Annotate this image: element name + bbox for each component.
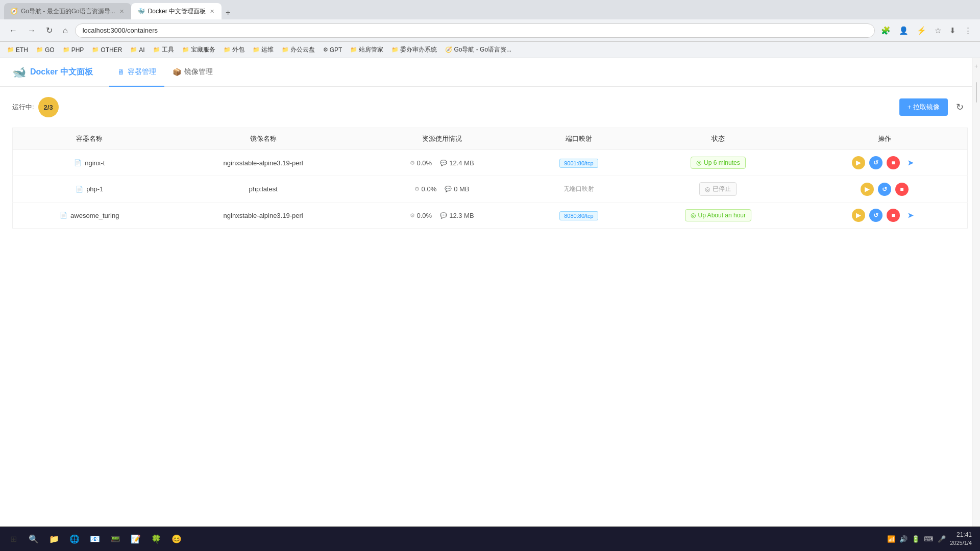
bookmark-eth[interactable]: 📁 ETH xyxy=(4,45,31,55)
tab-image-management[interactable]: 📦 镜像管理 xyxy=(164,58,221,87)
bookmark-outsource[interactable]: 📁 外包 xyxy=(220,44,248,55)
menu-icon[interactable]: ⋮ xyxy=(962,24,974,37)
bookmark-govt[interactable]: 📁 委办审办系统 xyxy=(388,44,440,55)
actions-right: + 拉取镜像 ↻ xyxy=(899,98,968,116)
main-area: 🐋 Docker 中文面板 🖥 容器管理 📦 镜像管理 运行中: xyxy=(0,58,980,527)
bookmark-treasure-icon: 📁 xyxy=(182,46,189,53)
tab2-close[interactable]: ✕ xyxy=(209,7,215,16)
app-logo-icon: 🐋 xyxy=(12,66,26,79)
cpu-value: 0.0% xyxy=(417,212,432,219)
th-port: 端口映射 xyxy=(523,128,634,150)
profile-icon[interactable]: 👤 xyxy=(897,24,911,37)
bookmark-outsource-icon: 📁 xyxy=(224,46,231,53)
status-badge-running: ◎ Up 6 minutes xyxy=(691,157,746,169)
container-table: 容器名称 镜像名称 资源使用情况 端口映射 状态 操作 📄 xyxy=(12,128,968,229)
container-file-icon: 📄 xyxy=(74,159,82,166)
th-image: 镜像名称 xyxy=(166,128,360,150)
volume-icon: 🔊 xyxy=(899,535,908,543)
stop-button[interactable]: ■ xyxy=(895,183,909,196)
cpu-value: 0.0% xyxy=(422,185,437,193)
bookmark-cloud-label: 办公云盘 xyxy=(290,45,315,54)
bookmark-ops-label: 运维 xyxy=(261,45,274,54)
start-button[interactable]: ▶ xyxy=(861,183,874,196)
refresh-button[interactable]: ↻ xyxy=(43,23,56,37)
cpu-icon: ⚙ xyxy=(410,212,415,219)
bookmark-gonav-icon: 🧭 xyxy=(445,46,452,53)
right-sidebar: + xyxy=(972,58,980,527)
pull-image-button[interactable]: + 拉取镜像 xyxy=(899,98,948,116)
container-image-cell: nginxstable-alpine3.19-perl xyxy=(166,150,360,176)
sidebar-plus-icon[interactable]: + xyxy=(974,62,978,70)
bookmark-govt-icon: 📁 xyxy=(391,46,399,53)
emoji-icon: 😊 xyxy=(172,534,182,544)
send-button[interactable]: ➤ xyxy=(904,209,917,222)
bookmark-ops[interactable]: 📁 运维 xyxy=(250,44,277,55)
bookmark-php-label: PHP xyxy=(71,46,84,54)
mail-button[interactable]: 📧 xyxy=(86,530,104,548)
stop-button[interactable]: ■ xyxy=(887,209,900,222)
restart-button[interactable]: ↺ xyxy=(869,156,883,169)
send-button[interactable]: ➤ xyxy=(904,156,917,169)
tab-bar: 🧭 Go导航 - 最全面的Go语言资源导... ✕ 🐳 Docker 中文管理面… xyxy=(0,0,980,19)
image-tab-icon: 📦 xyxy=(173,68,181,76)
start-button[interactable]: ▶ xyxy=(852,156,865,169)
bookmark-cloud[interactable]: 📁 办公云盘 xyxy=(279,44,318,55)
bookmark-tools-label: 工具 xyxy=(162,45,174,54)
emoji-button[interactable]: 😊 xyxy=(167,530,186,548)
star-icon[interactable]: ☆ xyxy=(933,24,943,37)
forward-button[interactable]: → xyxy=(24,24,39,37)
bookmark-gpt[interactable]: ⚙ GPT xyxy=(320,45,346,55)
mem-value: 12.4 MB xyxy=(449,159,474,167)
stop-button[interactable]: ■ xyxy=(887,156,900,169)
browser-taskbar-button[interactable]: 🌐 xyxy=(65,530,84,548)
no-port-text: 无端口映射 xyxy=(564,185,594,192)
download-icon[interactable]: ⬇ xyxy=(947,24,958,37)
tab-1[interactable]: 🧭 Go导航 - 最全面的Go语言资源导... ✕ xyxy=(4,3,131,19)
extensions-icon[interactable]: 🧩 xyxy=(879,24,893,37)
start-menu-button[interactable]: ⊞ xyxy=(4,530,22,548)
status-badge-stopped: ◎ 已停止 xyxy=(699,182,737,196)
search-taskbar-button[interactable]: 🔍 xyxy=(24,530,43,548)
container-image-text: nginxstable-alpine3.19-perl xyxy=(224,159,303,167)
home-button[interactable]: ⌂ xyxy=(60,24,71,37)
windows-icon: ⊞ xyxy=(10,534,17,544)
restart-button[interactable]: ↺ xyxy=(869,209,883,222)
clock-date: 2025/1/4 xyxy=(950,539,972,547)
restart-button[interactable]: ↺ xyxy=(878,183,891,196)
bookmark-other-label: OTHER xyxy=(101,46,122,54)
back-button[interactable]: ← xyxy=(6,24,20,37)
sync-icon[interactable]: ⚡ xyxy=(915,24,928,37)
bookmark-go[interactable]: 📁 GO xyxy=(33,45,58,55)
start-button[interactable]: ▶ xyxy=(852,209,865,222)
tab-2[interactable]: 🐳 Docker 中文管理面板 ✕ xyxy=(131,3,222,19)
bookmark-treasure[interactable]: 📁 宝藏服务 xyxy=(179,44,218,55)
file-explorer-button[interactable]: 📁 xyxy=(45,530,63,548)
bookmark-tools[interactable]: 📁 工具 xyxy=(150,44,177,55)
app-nav-tabs: 🖥 容器管理 📦 镜像管理 xyxy=(109,58,221,87)
taskbar-clock[interactable]: 21:41 2025/1/4 xyxy=(950,531,972,547)
bookmark-gonav[interactable]: 🧭 Go导航 - Go语言资... xyxy=(442,44,514,55)
bookmark-station[interactable]: 📁 站房管家 xyxy=(347,44,386,55)
new-tab-button[interactable]: + xyxy=(222,6,234,19)
th-resource: 资源使用情况 xyxy=(360,128,524,150)
refresh-containers-button[interactable]: ↻ xyxy=(952,99,968,115)
bookmark-gpt-label: GPT xyxy=(330,46,342,54)
terminal-button[interactable]: 📟 xyxy=(106,530,125,548)
clover-button[interactable]: 🍀 xyxy=(147,530,165,548)
address-input[interactable]: localhost:3000/containers xyxy=(75,23,875,38)
bookmark-treasure-label: 宝藏服务 xyxy=(191,45,215,54)
mem-value: 12.3 MB xyxy=(449,212,474,219)
table-header-row: 容器名称 镜像名称 资源使用情况 端口映射 状态 操作 xyxy=(13,128,968,150)
table-row: 📄 awesome_turing nginxstable-alpine3.19-… xyxy=(13,203,968,229)
tab-container-management[interactable]: 🖥 容器管理 xyxy=(109,58,164,87)
bookmark-other[interactable]: 📁 OTHER xyxy=(89,45,125,55)
th-ops: 操作 xyxy=(802,128,968,150)
bookmark-ai[interactable]: 📁 AI xyxy=(127,45,148,55)
tab1-close[interactable]: ✕ xyxy=(118,7,125,16)
tab2-favicon: 🐳 xyxy=(137,8,145,15)
app-header: 🐋 Docker 中文面板 🖥 容器管理 📦 镜像管理 xyxy=(0,58,980,87)
word-button[interactable]: 📝 xyxy=(127,530,145,548)
bookmark-gonav-label: Go导航 - Go语言资... xyxy=(454,45,511,54)
bookmark-station-label: 站房管家 xyxy=(359,45,383,54)
bookmark-php[interactable]: 📁 PHP xyxy=(60,45,87,55)
